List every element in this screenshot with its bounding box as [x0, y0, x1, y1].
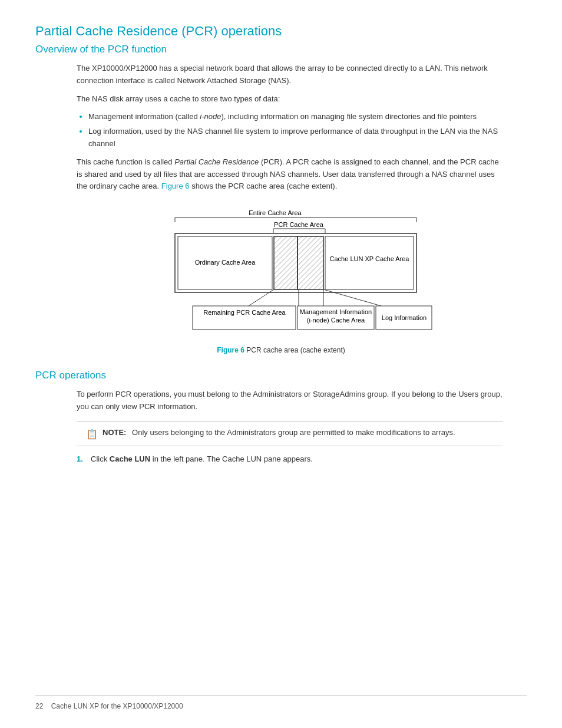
ordinary-cache-label: Ordinary Cache Area: [195, 259, 256, 266]
entire-cache-label: Entire Cache Area: [249, 209, 302, 216]
pcr-operations-heading: PCR operations: [35, 370, 527, 381]
intro-paragraph-1: The XP10000/XP12000 has a special networ…: [77, 62, 503, 87]
figure-6-link: Figure 6: [161, 182, 190, 190]
cache-lun-bold: Cache LUN: [110, 454, 150, 463]
svg-rect-9: [274, 236, 297, 289]
figure-caption-text: PCR cache area (cache extent): [246, 346, 345, 354]
bullet-list: Management information (called i-node), …: [88, 111, 503, 150]
note-icon: 📋: [86, 429, 98, 440]
page-number: 22: [35, 702, 43, 710]
note-text: Only users belonging to the Administrato…: [132, 428, 455, 437]
intro-paragraph-2: The NAS disk array uses a cache to store…: [77, 93, 503, 106]
figure-label: Figure 6: [217, 346, 244, 354]
footer-text: 22 Cache LUN XP for the XP10000/XP12000: [35, 702, 183, 710]
svg-rect-10: [297, 236, 323, 289]
cache-lun-xp-label: Cache LUN XP Cache Area: [330, 255, 410, 262]
svg-rect-11: [325, 236, 414, 289]
bullet-item-1: Management information (called i-node), …: [88, 111, 503, 123]
bullet-1-text: Management information (called i-node), …: [88, 112, 477, 121]
pcr-description: This cache function is called Partial Ca…: [77, 156, 503, 193]
overview-heading: Overview of the PCR function: [35, 44, 527, 55]
pcr-operations-para: To perform PCR operations, you must belo…: [77, 388, 503, 413]
note-label: NOTE:: [103, 428, 126, 437]
step-number: 1.: [77, 454, 86, 463]
bullet-2-text: Log information, used by the NAS channel…: [88, 127, 498, 148]
pcr-cache-area-label: PCR Cache Area: [274, 221, 324, 228]
footer-rule: [35, 695, 527, 696]
pcr-diagram: Entire Cache Area PCR Cache Area Ordinar…: [116, 207, 446, 342]
pcr-diagram-container: Entire Cache Area PCR Cache Area Ordinar…: [35, 207, 527, 365]
remaining-pcr-label: Remaining PCR Cache Area: [203, 309, 286, 316]
footer-doc-title: Cache LUN XP for the XP10000/XP12000: [51, 702, 183, 710]
note-box: 📋 NOTE: Only users belonging to the Admi…: [77, 421, 503, 446]
bullet-item-2: Log information, used by the NAS channel…: [88, 126, 503, 150]
note-content: NOTE: Only users belonging to the Admini…: [103, 428, 455, 437]
mgmt-info-label: Management Information: [300, 308, 372, 315]
log-info-label: Log Information: [382, 314, 427, 321]
svg-line-14: [323, 289, 381, 306]
step-1: 1. Click Cache LUN in the left pane. The…: [77, 454, 503, 463]
svg-line-12: [249, 289, 274, 306]
figure-caption: Figure 6 PCR cache area (cache extent): [217, 346, 345, 354]
mgmt-info-label-2: (i-node) Cache Area: [307, 317, 365, 324]
page-title: Partial Cache Residence (PCR) operations: [35, 24, 527, 39]
step-1-text: Click Cache LUN in the left pane. The Ca…: [91, 454, 313, 463]
